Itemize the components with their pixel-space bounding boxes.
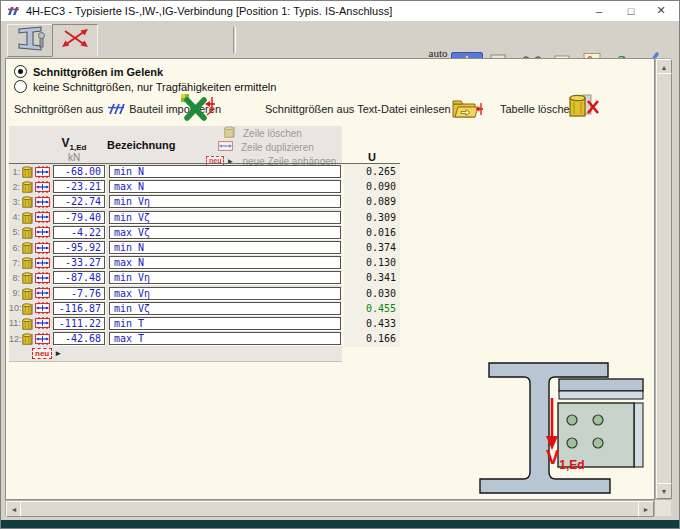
table-row: 6:: [9, 240, 400, 255]
description-input[interactable]: max T: [109, 332, 341, 345]
delete-row-icon[interactable]: [22, 332, 33, 345]
description-input[interactable]: min T: [109, 317, 341, 330]
description-input[interactable]: min Vη: [109, 271, 341, 284]
row-number: 5:: [9, 227, 20, 237]
duplicate-row-icon[interactable]: [35, 272, 50, 284]
auto-label: auto: [429, 48, 448, 58]
row-number: 4:: [9, 212, 20, 222]
row-number: 6:: [9, 243, 20, 253]
row-number: 2:: [9, 182, 20, 192]
force-value-input[interactable]: -33.27: [53, 256, 105, 269]
append-row-button[interactable]: neu ►: [32, 348, 62, 359]
clear-table-button[interactable]: [568, 92, 600, 120]
utilization-value: 0.341: [346, 272, 400, 283]
duplicate-row-icon[interactable]: [35, 287, 50, 299]
description-input[interactable]: min Vζ: [109, 211, 341, 224]
horizontal-scroll-thumb[interactable]: [20, 501, 642, 517]
delete-row-icon[interactable]: [22, 287, 33, 300]
main-panel: Schnittgrößen im Gelenk keine Schnittgrö…: [5, 58, 655, 500]
force-value-input[interactable]: -95.92: [53, 241, 105, 254]
radio-circle[interactable]: [14, 80, 27, 93]
toolbar: auto an ec: [1, 21, 679, 58]
delete-row-icon[interactable]: [22, 302, 33, 315]
description-input[interactable]: min Vζ: [109, 302, 341, 315]
duplicate-row-icon[interactable]: [35, 181, 50, 193]
delete-row-icon[interactable]: [22, 317, 33, 330]
import-from-member-button[interactable]: [180, 93, 216, 121]
duplicate-row-icon[interactable]: [35, 166, 50, 178]
tab-geometry[interactable]: [7, 24, 53, 57]
utilization-value: 0.089: [346, 196, 400, 207]
vertical-scroll-thumb[interactable]: [656, 73, 672, 487]
beam-flange: [559, 379, 643, 391]
force-value-input[interactable]: -87.48: [53, 271, 105, 284]
toolbar-separator: [233, 27, 236, 53]
utilization-value: 0.016: [346, 227, 400, 238]
duplicate-row-icon[interactable]: [35, 333, 50, 345]
folder-import-icon: [452, 96, 484, 120]
description-input[interactable]: min N: [109, 165, 341, 178]
description-input[interactable]: min N: [109, 241, 341, 254]
delete-row-icon[interactable]: [22, 165, 33, 178]
tab-internal-forces[interactable]: [52, 24, 98, 57]
delete-row-icon[interactable]: [22, 226, 33, 239]
table-row: 2:: [9, 179, 400, 194]
force-value-input[interactable]: -42.68: [53, 332, 105, 345]
maximize-button[interactable]: □: [621, 2, 641, 19]
force-value-input[interactable]: -79.40: [53, 211, 105, 224]
description-input[interactable]: max N: [109, 256, 341, 269]
duplicate-row-icon[interactable]: [35, 317, 50, 329]
scroll-down-arrow[interactable]: ▼: [656, 483, 672, 499]
table-row: 1:: [9, 164, 400, 179]
force-value-input[interactable]: -68.00: [53, 165, 105, 178]
window-bottom-edge: [1, 520, 679, 528]
description-input[interactable]: max N: [109, 180, 341, 193]
read-textfile-button[interactable]: [452, 96, 484, 120]
force-value-input[interactable]: -22.74: [53, 195, 105, 208]
duplicate-row-icon[interactable]: [35, 226, 50, 238]
delete-row-icon[interactable]: [22, 195, 33, 208]
column-header-description: Bezeichnung: [107, 139, 175, 151]
description-input[interactable]: max Vη: [109, 287, 341, 300]
force-value-input[interactable]: -116.87: [53, 302, 105, 315]
vertical-scrollbar[interactable]: ▲ ▼: [655, 58, 671, 500]
delete-row-icon[interactable]: [22, 271, 33, 284]
read-textfile-label: Schnittgrößen aus Text-Datei einlesen: [265, 103, 451, 115]
delete-row-icon[interactable]: [22, 211, 33, 224]
force-value-input[interactable]: -111.22: [53, 317, 105, 330]
utilization-value: 0.433: [346, 318, 400, 329]
row-number: 3:: [9, 197, 20, 207]
radio-circle[interactable]: [14, 65, 27, 78]
window-title: 4H-EC3 - Typisierte IS-,IW-,IG-Verbindun…: [26, 5, 392, 17]
duplicate-row-icon: [218, 138, 233, 156]
utilization-value: 0.265: [346, 166, 400, 177]
table-row: 11:: [9, 316, 400, 331]
force-value-input[interactable]: -23.21: [53, 180, 105, 193]
duplicate-row-icon[interactable]: [35, 196, 50, 208]
force-value-input[interactable]: -4.22: [53, 226, 105, 239]
horizontal-scrollbar[interactable]: ◄ ►: [5, 500, 655, 516]
table-row: 5:: [9, 225, 400, 240]
description-input[interactable]: max Vζ: [109, 226, 341, 239]
delete-row-icon[interactable]: [22, 241, 33, 254]
clear-table-label: Tabelle löschen: [500, 103, 576, 115]
duplicate-row-icon[interactable]: [35, 257, 50, 269]
row-number: 12:: [9, 334, 20, 344]
radio-forces-in-joint[interactable]: Schnittgrößen im Gelenk: [14, 65, 163, 78]
table-row: 3:: [9, 194, 400, 209]
radio-capacities-only[interactable]: keine Schnittgrößen, nur Tragfähigkeiten…: [14, 80, 276, 93]
description-input[interactable]: min Vη: [109, 195, 341, 208]
force-value-input[interactable]: -7.76: [53, 287, 105, 300]
scroll-right-arrow[interactable]: ►: [638, 501, 654, 517]
duplicate-row-icon[interactable]: [35, 242, 50, 254]
duplicate-row-icon[interactable]: [35, 302, 50, 314]
minimize-button[interactable]: –: [589, 2, 609, 19]
table-row: 12:: [9, 331, 400, 346]
row-number: 8:: [9, 273, 20, 283]
forces-arrows-icon: [59, 26, 91, 56]
close-button[interactable]: ✕: [651, 2, 671, 19]
delete-row-icon[interactable]: [22, 180, 33, 193]
table-row: 9:: [9, 286, 400, 301]
duplicate-row-icon[interactable]: [35, 211, 50, 223]
delete-row-icon[interactable]: [22, 256, 33, 269]
